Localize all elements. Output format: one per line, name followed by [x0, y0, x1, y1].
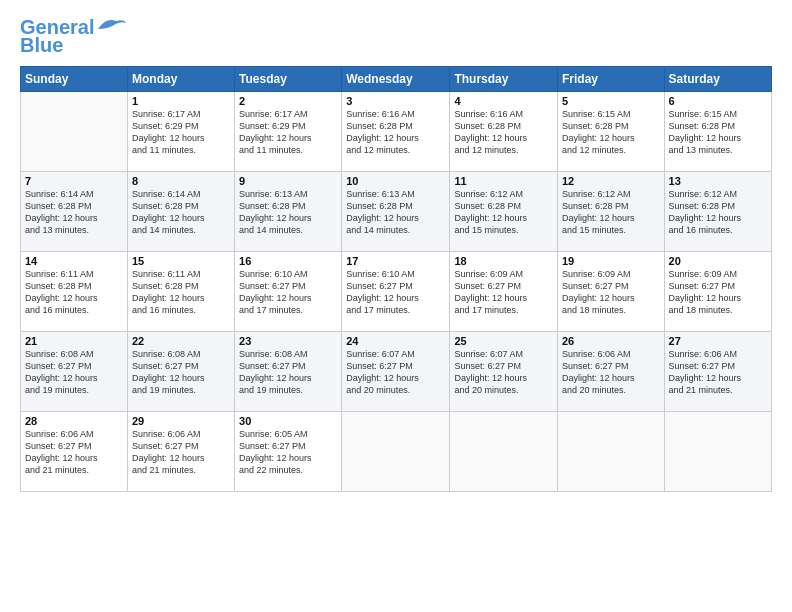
calendar-cell: 21Sunrise: 6:08 AM Sunset: 6:27 PM Dayli…: [21, 332, 128, 412]
day-number: 22: [132, 335, 230, 347]
calendar-header-row: SundayMondayTuesdayWednesdayThursdayFrid…: [21, 67, 772, 92]
day-info: Sunrise: 6:05 AM Sunset: 6:27 PM Dayligh…: [239, 428, 337, 477]
day-info: Sunrise: 6:12 AM Sunset: 6:28 PM Dayligh…: [454, 188, 553, 237]
calendar-cell: 27Sunrise: 6:06 AM Sunset: 6:27 PM Dayli…: [664, 332, 771, 412]
calendar-cell: 20Sunrise: 6:09 AM Sunset: 6:27 PM Dayli…: [664, 252, 771, 332]
day-number: 23: [239, 335, 337, 347]
day-number: 29: [132, 415, 230, 427]
day-info: Sunrise: 6:06 AM Sunset: 6:27 PM Dayligh…: [562, 348, 660, 397]
calendar-cell: 8Sunrise: 6:14 AM Sunset: 6:28 PM Daylig…: [127, 172, 234, 252]
calendar-week-row: 7Sunrise: 6:14 AM Sunset: 6:28 PM Daylig…: [21, 172, 772, 252]
day-info: Sunrise: 6:10 AM Sunset: 6:27 PM Dayligh…: [346, 268, 445, 317]
day-number: 21: [25, 335, 123, 347]
calendar-cell: [557, 412, 664, 492]
day-number: 3: [346, 95, 445, 107]
day-info: Sunrise: 6:17 AM Sunset: 6:29 PM Dayligh…: [239, 108, 337, 157]
calendar-cell: 1Sunrise: 6:17 AM Sunset: 6:29 PM Daylig…: [127, 92, 234, 172]
header: General Blue: [20, 16, 772, 56]
calendar-cell: [21, 92, 128, 172]
day-info: Sunrise: 6:06 AM Sunset: 6:27 PM Dayligh…: [132, 428, 230, 477]
calendar-week-row: 21Sunrise: 6:08 AM Sunset: 6:27 PM Dayli…: [21, 332, 772, 412]
page: General Blue SundayMondayTuesdayWednesda…: [0, 0, 792, 612]
day-info: Sunrise: 6:17 AM Sunset: 6:29 PM Dayligh…: [132, 108, 230, 157]
day-number: 16: [239, 255, 337, 267]
day-number: 28: [25, 415, 123, 427]
day-info: Sunrise: 6:07 AM Sunset: 6:27 PM Dayligh…: [454, 348, 553, 397]
calendar-cell: 18Sunrise: 6:09 AM Sunset: 6:27 PM Dayli…: [450, 252, 558, 332]
day-number: 7: [25, 175, 123, 187]
weekday-header: Sunday: [21, 67, 128, 92]
day-info: Sunrise: 6:14 AM Sunset: 6:28 PM Dayligh…: [25, 188, 123, 237]
calendar-cell: [664, 412, 771, 492]
calendar-cell: 5Sunrise: 6:15 AM Sunset: 6:28 PM Daylig…: [557, 92, 664, 172]
day-number: 8: [132, 175, 230, 187]
calendar-cell: 9Sunrise: 6:13 AM Sunset: 6:28 PM Daylig…: [235, 172, 342, 252]
calendar-week-row: 28Sunrise: 6:06 AM Sunset: 6:27 PM Dayli…: [21, 412, 772, 492]
day-info: Sunrise: 6:12 AM Sunset: 6:28 PM Dayligh…: [669, 188, 767, 237]
calendar-cell: [450, 412, 558, 492]
calendar-cell: 3Sunrise: 6:16 AM Sunset: 6:28 PM Daylig…: [342, 92, 450, 172]
day-info: Sunrise: 6:09 AM Sunset: 6:27 PM Dayligh…: [454, 268, 553, 317]
day-number: 9: [239, 175, 337, 187]
calendar-cell: 6Sunrise: 6:15 AM Sunset: 6:28 PM Daylig…: [664, 92, 771, 172]
calendar-cell: 23Sunrise: 6:08 AM Sunset: 6:27 PM Dayli…: [235, 332, 342, 412]
calendar-cell: 14Sunrise: 6:11 AM Sunset: 6:28 PM Dayli…: [21, 252, 128, 332]
calendar-cell: 26Sunrise: 6:06 AM Sunset: 6:27 PM Dayli…: [557, 332, 664, 412]
calendar-cell: 15Sunrise: 6:11 AM Sunset: 6:28 PM Dayli…: [127, 252, 234, 332]
day-number: 6: [669, 95, 767, 107]
logo: General Blue: [20, 16, 128, 56]
day-number: 12: [562, 175, 660, 187]
day-info: Sunrise: 6:13 AM Sunset: 6:28 PM Dayligh…: [346, 188, 445, 237]
day-number: 2: [239, 95, 337, 107]
calendar-cell: 24Sunrise: 6:07 AM Sunset: 6:27 PM Dayli…: [342, 332, 450, 412]
day-number: 4: [454, 95, 553, 107]
calendar-cell: 4Sunrise: 6:16 AM Sunset: 6:28 PM Daylig…: [450, 92, 558, 172]
calendar-cell: [342, 412, 450, 492]
day-info: Sunrise: 6:14 AM Sunset: 6:28 PM Dayligh…: [132, 188, 230, 237]
day-number: 20: [669, 255, 767, 267]
day-info: Sunrise: 6:08 AM Sunset: 6:27 PM Dayligh…: [25, 348, 123, 397]
day-info: Sunrise: 6:16 AM Sunset: 6:28 PM Dayligh…: [454, 108, 553, 157]
weekday-header: Friday: [557, 67, 664, 92]
day-info: Sunrise: 6:11 AM Sunset: 6:28 PM Dayligh…: [25, 268, 123, 317]
calendar-cell: 30Sunrise: 6:05 AM Sunset: 6:27 PM Dayli…: [235, 412, 342, 492]
calendar-cell: 22Sunrise: 6:08 AM Sunset: 6:27 PM Dayli…: [127, 332, 234, 412]
weekday-header: Tuesday: [235, 67, 342, 92]
day-number: 14: [25, 255, 123, 267]
logo-blue: Blue: [20, 34, 63, 56]
calendar-cell: 16Sunrise: 6:10 AM Sunset: 6:27 PM Dayli…: [235, 252, 342, 332]
calendar-cell: 19Sunrise: 6:09 AM Sunset: 6:27 PM Dayli…: [557, 252, 664, 332]
weekday-header: Saturday: [664, 67, 771, 92]
day-info: Sunrise: 6:08 AM Sunset: 6:27 PM Dayligh…: [239, 348, 337, 397]
day-info: Sunrise: 6:06 AM Sunset: 6:27 PM Dayligh…: [669, 348, 767, 397]
day-info: Sunrise: 6:07 AM Sunset: 6:27 PM Dayligh…: [346, 348, 445, 397]
day-number: 1: [132, 95, 230, 107]
calendar-cell: 13Sunrise: 6:12 AM Sunset: 6:28 PM Dayli…: [664, 172, 771, 252]
calendar-cell: 10Sunrise: 6:13 AM Sunset: 6:28 PM Dayli…: [342, 172, 450, 252]
calendar-cell: 12Sunrise: 6:12 AM Sunset: 6:28 PM Dayli…: [557, 172, 664, 252]
weekday-header: Wednesday: [342, 67, 450, 92]
day-info: Sunrise: 6:10 AM Sunset: 6:27 PM Dayligh…: [239, 268, 337, 317]
day-number: 30: [239, 415, 337, 427]
day-info: Sunrise: 6:13 AM Sunset: 6:28 PM Dayligh…: [239, 188, 337, 237]
day-number: 17: [346, 255, 445, 267]
day-info: Sunrise: 6:06 AM Sunset: 6:27 PM Dayligh…: [25, 428, 123, 477]
calendar-week-row: 14Sunrise: 6:11 AM Sunset: 6:28 PM Dayli…: [21, 252, 772, 332]
day-number: 5: [562, 95, 660, 107]
day-number: 27: [669, 335, 767, 347]
day-number: 13: [669, 175, 767, 187]
day-number: 19: [562, 255, 660, 267]
calendar-cell: 29Sunrise: 6:06 AM Sunset: 6:27 PM Dayli…: [127, 412, 234, 492]
calendar-cell: 2Sunrise: 6:17 AM Sunset: 6:29 PM Daylig…: [235, 92, 342, 172]
weekday-header: Thursday: [450, 67, 558, 92]
day-number: 11: [454, 175, 553, 187]
day-info: Sunrise: 6:08 AM Sunset: 6:27 PM Dayligh…: [132, 348, 230, 397]
calendar-table: SundayMondayTuesdayWednesdayThursdayFrid…: [20, 66, 772, 492]
calendar-week-row: 1Sunrise: 6:17 AM Sunset: 6:29 PM Daylig…: [21, 92, 772, 172]
weekday-header: Monday: [127, 67, 234, 92]
calendar-cell: 17Sunrise: 6:10 AM Sunset: 6:27 PM Dayli…: [342, 252, 450, 332]
day-info: Sunrise: 6:11 AM Sunset: 6:28 PM Dayligh…: [132, 268, 230, 317]
day-info: Sunrise: 6:15 AM Sunset: 6:28 PM Dayligh…: [562, 108, 660, 157]
day-info: Sunrise: 6:16 AM Sunset: 6:28 PM Dayligh…: [346, 108, 445, 157]
calendar-cell: 28Sunrise: 6:06 AM Sunset: 6:27 PM Dayli…: [21, 412, 128, 492]
